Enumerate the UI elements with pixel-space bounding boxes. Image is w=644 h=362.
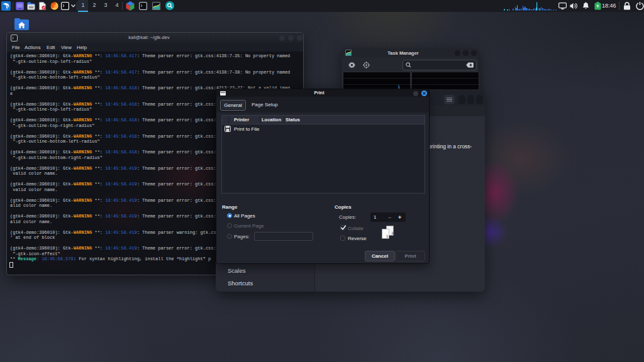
svg-text:2: 2	[392, 231, 394, 235]
